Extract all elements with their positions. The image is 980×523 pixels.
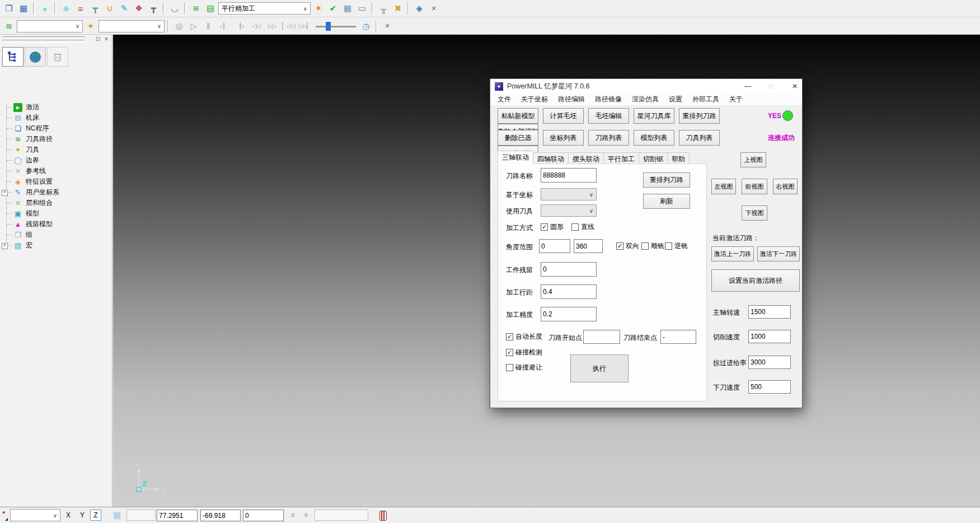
tool-pair-icon[interactable]: ╥: [377, 2, 390, 15]
collision-check-checkbox[interactable]: ✓ 碰撞检测: [506, 348, 542, 357]
checkbox[interactable]: [665, 242, 672, 250]
cursor-z-input[interactable]: [243, 510, 284, 521]
action-button[interactable]: 刀路列表: [588, 130, 629, 146]
set-active-path-button[interactable]: 设置当前激活路径: [711, 269, 800, 292]
spindle-speed-input[interactable]: [748, 305, 791, 319]
menu-item[interactable]: 外部工具: [687, 94, 724, 105]
menu-item[interactable]: 关于坐标: [516, 94, 553, 105]
execute-button[interactable]: 执行: [570, 354, 629, 382]
menu-item[interactable]: 路径镜像: [590, 94, 627, 105]
action-button[interactable]: 星河刀具库: [634, 108, 674, 124]
panel-grip[interactable]: [2, 36, 85, 39]
dialog-tab[interactable]: 帮助: [667, 152, 690, 164]
grid-icon[interactable]: ▦: [110, 510, 124, 521]
tree-item[interactable]: ≋ 刀具路径: [0, 134, 112, 144]
bidirectional-checkbox[interactable]: ✓ 双向: [616, 241, 639, 251]
tree-item[interactable]: ✦ 刀具: [0, 144, 112, 155]
strategy-combobox[interactable]: 平行精加工 ∨: [218, 2, 311, 15]
tree-item[interactable]: ▣ 模型: [0, 208, 112, 219]
checkbox[interactable]: ✓: [541, 223, 548, 231]
toolbar-close-icon[interactable]: ✕: [427, 2, 440, 15]
go-to-start-icon[interactable]: ▏◁◁: [281, 20, 296, 33]
shaded-view-icon[interactable]: ●: [38, 2, 51, 15]
fast-forward-icon[interactable]: ▷▷: [265, 20, 280, 33]
refresh-button[interactable]: 刷新: [643, 194, 690, 209]
collision-avoid-checkbox[interactable]: 碰撞避让: [506, 363, 542, 372]
resize-corner[interactable]: [5, 518, 8, 521]
statusbar-combobox[interactable]: ∨: [10, 509, 60, 521]
maximize-icon[interactable]: □: [763, 79, 780, 94]
stepover-input[interactable]: [541, 284, 597, 299]
checkbox[interactable]: ✓: [506, 349, 513, 356]
save-project-icon[interactable]: ▦: [17, 2, 30, 15]
expand-icon[interactable]: +: [2, 243, 8, 249]
leads-links-icon[interactable]: ∪: [103, 2, 116, 15]
reorder-toolpath-button[interactable]: 重排列刀路: [643, 172, 690, 188]
checkbox[interactable]: ✓: [506, 333, 513, 340]
activate-prev-toolpath-button[interactable]: 激活上一刀路: [711, 246, 754, 262]
tree-item[interactable]: ≡ 层和组合: [0, 198, 112, 208]
tree-item[interactable]: ▸ 激活: [0, 102, 112, 113]
auto-length-checkbox[interactable]: ✓ 自动长度: [506, 332, 542, 342]
action-button[interactable]: 重排列刀路: [679, 108, 720, 124]
chevron-down-icon[interactable]: ∨: [157, 23, 161, 29]
frame-forward-icon[interactable]: ▕▷: [232, 20, 247, 33]
block-icon[interactable]: ◆: [59, 2, 73, 15]
toolbar-close-icon[interactable]: ✕: [381, 20, 394, 33]
checkbox[interactable]: [641, 242, 649, 250]
activate-next-toolpath-button[interactable]: 激活下一刀路: [757, 246, 800, 262]
tool-database-icon[interactable]: ┳: [147, 2, 160, 15]
tree-item[interactable]: ◈ 特征设置: [0, 176, 112, 187]
dialog-tab[interactable]: 平行加工: [603, 152, 639, 164]
menu-item[interactable]: 路径编辑: [553, 94, 590, 105]
action-button[interactable]: 删除已选: [498, 130, 538, 146]
compass-icon[interactable]: ✛: [301, 510, 312, 521]
rewind-icon[interactable]: ◁◁: [248, 20, 264, 33]
menu-item[interactable]: 设置: [664, 94, 687, 105]
simulate-tool-icon[interactable]: ┳: [88, 2, 102, 15]
dialog-tab[interactable]: 三轴联动: [498, 151, 533, 164]
action-button[interactable]: 计算毛坯: [543, 108, 584, 124]
view-bottom-button[interactable]: 下视图: [742, 206, 767, 221]
cursor-y-input[interactable]: [200, 510, 241, 521]
dialog-tab[interactable]: 四轴联动: [533, 152, 569, 164]
action-button[interactable]: 刀具列表: [679, 130, 720, 146]
minimize-icon[interactable]: —: [739, 79, 756, 94]
end-point-input[interactable]: [660, 330, 696, 344]
action-button[interactable]: 坐标列表: [543, 130, 584, 146]
view-right-button[interactable]: 右视图: [773, 179, 798, 194]
tab-explorer[interactable]: [2, 47, 24, 67]
dialog-tab[interactable]: 摆头联动: [568, 152, 604, 164]
plunge-speed-input[interactable]: [748, 380, 791, 394]
action-button[interactable]: 模型列表: [634, 130, 674, 146]
chevron-down-icon[interactable]: ∨: [303, 6, 307, 12]
panel-grip[interactable]: [2, 40, 85, 43]
slider-handle[interactable]: [326, 22, 331, 31]
toolpath-list-icon[interactable]: ▤: [204, 2, 217, 15]
tree-item[interactable]: ❏ NC程序: [0, 123, 112, 134]
frame-back-icon[interactable]: ◁▏: [216, 20, 231, 33]
menu-item[interactable]: 渲染仿真: [627, 94, 664, 105]
conventional-checkbox[interactable]: 逆铣: [665, 241, 688, 251]
xyz-list-icon[interactable]: ≡: [287, 510, 298, 521]
coord-combobox[interactable]: ∨: [541, 188, 597, 200]
chevron-down-icon[interactable]: ∨: [589, 192, 593, 198]
panel-float-icon[interactable]: ⊡: [94, 35, 102, 43]
go-to-end-icon[interactable]: ▷▷▏: [297, 20, 312, 33]
view-left-button[interactable]: 左视图: [711, 179, 736, 194]
angle-from-input[interactable]: [539, 239, 570, 253]
panel-close-icon[interactable]: ✕: [102, 35, 110, 43]
ruler-icon[interactable]: ▭: [355, 2, 369, 15]
open-project-icon[interactable]: ❒: [2, 2, 16, 15]
axis-z-button[interactable]: Z: [90, 510, 101, 521]
checkbox[interactable]: [506, 364, 513, 371]
checkbox[interactable]: ✓: [616, 242, 623, 250]
axis-x-button[interactable]: X: [63, 510, 74, 521]
tree-item[interactable]: ❒ 组: [0, 230, 112, 240]
tree-item[interactable]: + ▤ 宏: [0, 240, 112, 251]
tree-item[interactable]: ◯ 边界: [0, 155, 112, 166]
action-button[interactable]: 粘贴新模型: [498, 108, 538, 124]
play-icon[interactable]: ▷: [187, 20, 200, 33]
angle-to-input[interactable]: [574, 239, 603, 253]
lightbulb-icon[interactable]: ◎: [172, 20, 186, 33]
